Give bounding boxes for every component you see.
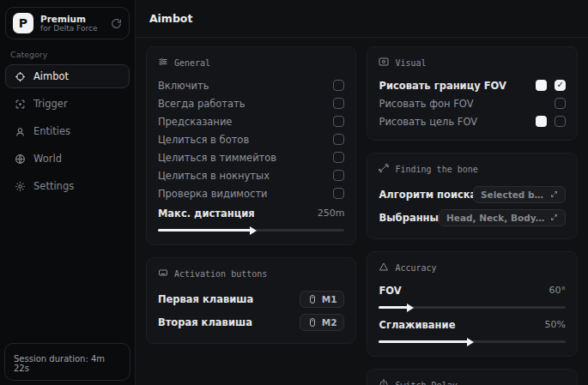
card-visual-header: Visual	[379, 57, 566, 69]
card-general: General Включить Всегда работать Предска…	[146, 46, 357, 245]
eye-icon	[379, 57, 389, 69]
bone-row: Алгоритм поиска костей Selected bone	[379, 183, 566, 206]
sidebar-item-label: Trigger	[33, 98, 68, 110]
card-accuracy: Accuracy FOV 60° Сглаживание 50%	[367, 251, 578, 357]
checkbox-prediction[interactable]	[333, 116, 344, 127]
sliders-icon	[158, 57, 168, 69]
select-value: Head, Neck, Body, Pe...	[446, 213, 546, 223]
card-visual: Visual Рисовать границу FOV Рисовать фон…	[367, 46, 578, 141]
checkbox-always-work[interactable]	[333, 98, 344, 109]
sidebar-nav: Aimbot Trigger Entities World Settings	[5, 64, 130, 198]
color-swatch-fov-target[interactable]	[536, 116, 547, 127]
checkbox-visibility-check[interactable]	[333, 188, 344, 199]
slider-value: 50%	[545, 319, 566, 330]
card-title-text: Switch Delay	[395, 381, 457, 385]
sidebar-item-trigger[interactable]: Trigger	[5, 92, 130, 116]
slider-fill	[379, 340, 468, 343]
session-duration: Session duration: 4m 22s	[4, 343, 130, 381]
card-activation: Activation buttons Первая клавиша M1 Вто…	[146, 257, 357, 344]
card-bones: Finding the bone Алгоритм поиска костей …	[367, 153, 578, 239]
card-general-header: General	[158, 57, 345, 69]
sidebar: P Premium for Delta Force Category Aimbo…	[0, 0, 136, 385]
focus-icon	[14, 98, 26, 110]
visual-label: Рисовать цель FOV	[379, 116, 536, 128]
checkbox-enable[interactable]	[333, 80, 344, 91]
slider-row: FOV 60°	[379, 281, 566, 299]
toggle-label: Целиться в ботов	[158, 134, 334, 146]
smoothing-block: Сглаживание 50%	[379, 316, 566, 343]
sidebar-item-label: Entities	[33, 125, 70, 137]
checkbox-draw-fov-background[interactable]	[555, 98, 566, 109]
sidebar-item-label: World	[33, 153, 62, 165]
slider-label: FOV	[379, 285, 542, 297]
visual-label: Рисовать границу FOV	[379, 80, 536, 92]
bone-row: Выбранные кости Head, Neck, Body, Pe...	[379, 206, 566, 229]
gear-icon	[14, 180, 26, 192]
brand-subtitle: for Delta Force	[40, 24, 104, 33]
refresh-icon[interactable]	[111, 18, 122, 29]
card-bones-header: Finding the bone	[379, 163, 566, 175]
keybind-value: M1	[322, 294, 337, 304]
checkbox-target-bots[interactable]	[333, 134, 344, 145]
keybind-label: Вторая клавиша	[158, 316, 300, 328]
smoothing-slider[interactable]	[379, 340, 566, 343]
left-column: General Включить Всегда работать Предска…	[146, 46, 357, 376]
main-panel: Aimbot General Включить Всегда работать	[136, 0, 588, 385]
slider-label: Макс. дистанция	[158, 208, 311, 220]
toggle-label: Включить	[158, 80, 334, 92]
toggle-row: Проверка видимости	[158, 184, 345, 202]
fov-slider[interactable]	[379, 306, 566, 309]
bone-algorithm-select[interactable]: Selected bone	[473, 186, 566, 203]
keybind-row: Первая клавиша M1	[158, 287, 345, 310]
brand-logo: P	[13, 13, 33, 33]
toggle-row: Предсказание	[158, 112, 345, 130]
select-value: Selected bone	[481, 189, 546, 200]
slider-row: Сглаживание 50%	[379, 316, 566, 334]
sidebar-item-settings[interactable]: Settings	[5, 174, 130, 198]
max-distance-slider[interactable]	[158, 229, 345, 232]
card-activation-header: Activation buttons	[158, 268, 345, 280]
checkbox-target-knocked[interactable]	[333, 170, 344, 181]
right-column: Visual Рисовать границу FOV Рисовать фон…	[367, 46, 578, 376]
sidebar-item-aimbot[interactable]: Aimbot	[5, 64, 130, 88]
brand-card: P Premium for Delta Force	[5, 7, 130, 39]
sidebar-item-entities[interactable]: Entities	[5, 119, 130, 143]
brand-title: Premium	[40, 14, 104, 24]
slider-row: Макс. дистанция 250m	[158, 204, 345, 222]
card-title-text: Accuracy	[395, 263, 436, 273]
checkbox-draw-fov-border[interactable]	[555, 80, 566, 91]
toggle-row: Целиться в тиммейтов	[158, 148, 345, 166]
card-title-text: Activation buttons	[174, 269, 267, 279]
keybind-button-m2[interactable]: M2	[300, 314, 345, 331]
sidebar-item-world[interactable]: World	[5, 147, 130, 171]
visual-row: Рисовать границу FOV	[379, 76, 566, 94]
crosshair-icon	[14, 70, 26, 82]
entities-icon	[14, 125, 26, 137]
color-swatch-fov-border[interactable]	[536, 80, 547, 91]
bone-icon	[379, 163, 389, 175]
toggle-label: Всегда работать	[158, 98, 334, 110]
stopwatch-icon	[379, 379, 389, 385]
keybind-button-m1[interactable]: M1	[300, 291, 345, 308]
max-distance-block: Макс. дистанция 250m	[158, 204, 345, 232]
slider-value: 250m	[318, 208, 345, 219]
category-label: Category	[10, 50, 124, 59]
main-header: Aimbot	[136, 0, 588, 38]
toggle-row: Всегда работать	[158, 94, 345, 112]
keybind-value: M2	[322, 317, 337, 328]
keybind-row: Вторая клавиша M2	[158, 310, 345, 334]
bone-label: Алгоритм поиска костей	[379, 189, 473, 201]
content: General Включить Всегда работать Предска…	[136, 38, 588, 385]
slider-fill	[158, 229, 252, 232]
selected-bones-select[interactable]: Head, Neck, Body, Pe...	[439, 209, 566, 226]
checkbox-target-teammates[interactable]	[333, 152, 344, 163]
card-title-text: Visual	[395, 58, 426, 68]
brand-text: Premium for Delta Force	[40, 14, 104, 33]
toggle-label: Предсказание	[158, 116, 334, 128]
toggle-label: Целиться в нокнутых	[158, 170, 334, 182]
expand-icon	[550, 214, 558, 221]
card-title-text: General	[174, 58, 210, 68]
sidebar-item-label: Settings	[33, 180, 74, 192]
card-switch-delay: Switch Delay Задержка переключения Задер…	[367, 369, 578, 385]
checkbox-draw-fov-target[interactable]	[555, 116, 566, 127]
